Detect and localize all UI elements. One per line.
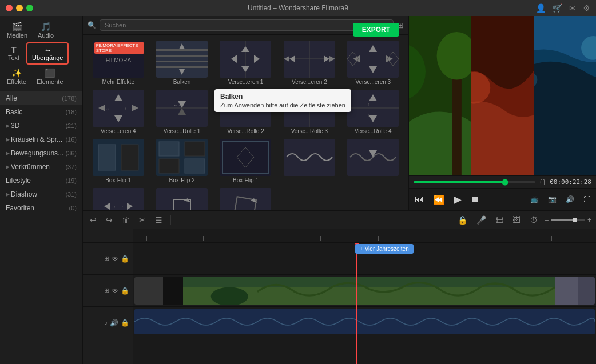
progress-knob[interactable]: [502, 179, 508, 185]
sidebar-item-3d[interactable]: ▶ 3D (21): [0, 119, 82, 133]
sidebar-item-lifestyle[interactable]: Lifestyle (19): [0, 174, 82, 187]
transition-wave1[interactable]: —: [279, 138, 340, 185]
transition-boxflip2[interactable]: Box-Flip 2: [151, 138, 212, 185]
close-button[interactable]: [6, 5, 13, 11]
transition-label-8: Versc...Rolle 2: [227, 128, 264, 134]
transition-rolle1[interactable]: ←→ Versc...Rolle 1: [151, 89, 212, 135]
redo-button[interactable]: ↪: [104, 214, 115, 226]
export-button[interactable]: EXPORT: [353, 23, 399, 37]
user-icon[interactable]: 👤: [536, 3, 546, 13]
sidebar-item-kräuseln&spr...[interactable]: ▶ Kräuseln & Spr... (16): [0, 133, 82, 146]
track1-eye-icon[interactable]: 👁: [112, 255, 118, 263]
transition-more-effects[interactable]: FILMORA EFFECTS STORE FILMORA Mehr Effek…: [88, 39, 149, 86]
track2-lock-icon[interactable]: 🔒: [121, 287, 129, 295]
track2-eye-icon[interactable]: 👁: [112, 287, 118, 295]
audio-track: [133, 307, 596, 339]
svg-rect-4: [156, 55, 208, 57]
step-back-button[interactable]: ⏪: [430, 192, 448, 207]
nav-elemente-label: Elemente: [37, 78, 63, 85]
nav-audio-label: Audio: [38, 32, 54, 39]
audio-track-vol-icon[interactable]: 🔊: [110, 319, 118, 327]
track-header-1: ⊞ 👁 🔒: [83, 243, 133, 275]
screen-button[interactable]: 📺: [527, 193, 542, 206]
maximize-button[interactable]: [26, 5, 33, 11]
delete-button[interactable]: 🗑: [120, 214, 132, 226]
cart-icon[interactable]: 🛒: [553, 3, 562, 13]
play-button[interactable]: ▶: [450, 191, 465, 208]
transition-label-14: —: [307, 177, 312, 183]
audio-clip[interactable]: [134, 309, 595, 334]
minimize-button[interactable]: [16, 5, 23, 11]
svg-text:↑: ↑: [367, 102, 369, 107]
zoom-out-icon[interactable]: –: [545, 216, 549, 224]
stop-button[interactable]: ⏹: [467, 192, 483, 207]
film-button[interactable]: 🎞: [493, 214, 506, 226]
track1-grid-icon[interactable]: ⊞: [104, 255, 109, 262]
nav-medien[interactable]: 🎬 Medien: [2, 19, 32, 41]
transition-rolle4[interactable]: ↑ ↑ Versc...Rolle 4: [343, 89, 404, 135]
nav-text[interactable]: T Text: [2, 42, 25, 65]
track1-lock-icon[interactable]: 🔒: [121, 255, 129, 263]
volume-button[interactable]: 🔊: [562, 193, 578, 206]
camera-button[interactable]: 📷: [545, 193, 560, 206]
timeline-scroll[interactable]: 00:00:00:00 00:00:5:00 00:00:10:00 00:00…: [133, 229, 596, 364]
sidebar-item-basic[interactable]: Basic (18): [0, 105, 82, 119]
svg-text:←→: ←→: [113, 203, 124, 210]
lock-button[interactable]: 🔒: [455, 214, 470, 226]
zoom-knob[interactable]: [573, 218, 577, 222]
transition-boxflip1[interactable]: Box-Flip 1: [88, 138, 149, 185]
search-input[interactable]: [100, 19, 394, 31]
sidebar-item-bewegungsuns...[interactable]: ▶ Bewegungsuns... (36): [0, 146, 82, 160]
tracks-content: + Vier Jahreszeiten: [133, 243, 596, 364]
nav-elemente[interactable]: ⬛ Elemente: [32, 66, 67, 87]
progress-fill: [414, 181, 505, 183]
text-icon: T: [11, 45, 16, 54]
transition-label-9: Versc...Rolle 3: [291, 128, 328, 134]
mail-icon[interactable]: ✉: [569, 3, 576, 13]
fullscreen-button[interactable]: ⛶: [580, 193, 594, 206]
transition-boxflip3[interactable]: Box-Flip 1: [215, 138, 276, 185]
sidebar-item-favoriten[interactable]: Favoriten (0): [0, 201, 82, 215]
transition-versc1[interactable]: Versc...eren 1: [215, 39, 276, 86]
nav-uebergaenge[interactable]: ↔ Übergänge: [26, 42, 69, 65]
time-display: 00:00:22:28: [550, 178, 591, 186]
transport-controls: ⏮ ⏪ ▶ ⏹ 📺 📷 🔊 ⛶: [409, 188, 596, 210]
transition-rotate1[interactable]: —: [151, 187, 212, 210]
cut-button[interactable]: ✂: [137, 214, 148, 226]
nav-effekte[interactable]: ✨ Effekte: [2, 66, 31, 87]
video-clip-strip[interactable]: [134, 277, 595, 305]
zoom-in-icon[interactable]: +: [587, 216, 591, 224]
upper-content: EXPORT 🔍 ⊞ Balken Zum Anwenden bitte auf…: [83, 16, 596, 210]
playhead-line: [356, 243, 357, 364]
svg-text:FILMORA: FILMORA: [105, 57, 131, 63]
audio-icon: 🎵: [41, 22, 51, 32]
clip-label: + Vier Jahreszeiten: [355, 244, 414, 254]
transition-versc2[interactable]: Versc...eren 2: [279, 39, 340, 86]
progress-track[interactable]: [414, 181, 535, 183]
speed-button[interactable]: ⏱: [527, 214, 540, 226]
sidebar-item-verkrümmen[interactable]: ▶ Verkrümmen (37): [0, 160, 82, 174]
transition-arrows-h[interactable]: ←→ —: [88, 187, 149, 210]
track-header-audio: ♪ 🔊 🔒: [83, 307, 133, 339]
settings-icon[interactable]: ⚙: [583, 3, 590, 13]
svg-rect-64: [159, 159, 179, 173]
mic-button[interactable]: 🎤: [474, 214, 488, 226]
sidebar-item-diashow[interactable]: ▶ Diashow (31): [0, 187, 82, 201]
transition-rotate2[interactable]: —: [215, 187, 276, 210]
skip-back-button[interactable]: ⏮: [411, 192, 427, 207]
image-button[interactable]: 🖼: [510, 214, 523, 226]
timeline-area: ↩ ↪ 🗑 ✂ ☰ 🔒 🎤 🎞 🖼 ⏱ –: [83, 210, 596, 364]
transition-wave2[interactable]: —: [343, 138, 404, 185]
transition-versc4[interactable]: ↔ ↕ Versc...eren 4: [88, 89, 149, 135]
nav-audio[interactable]: 🎵 Audio: [33, 19, 58, 41]
search-icon: 🔍: [88, 21, 96, 29]
audio-track-lock-icon[interactable]: 🔒: [121, 319, 129, 327]
zoom-slider[interactable]: [551, 219, 585, 221]
clip-seg-black: [163, 277, 183, 305]
list-button[interactable]: ☰: [153, 214, 165, 226]
track2-grid-icon[interactable]: ⊞: [104, 287, 109, 294]
transition-versc3[interactable]: Versc...eren 3: [343, 39, 404, 86]
sidebar-item-alle[interactable]: Alle (178): [0, 91, 82, 105]
transition-balken[interactable]: Balken: [151, 39, 212, 86]
undo-button[interactable]: ↩: [88, 214, 99, 226]
